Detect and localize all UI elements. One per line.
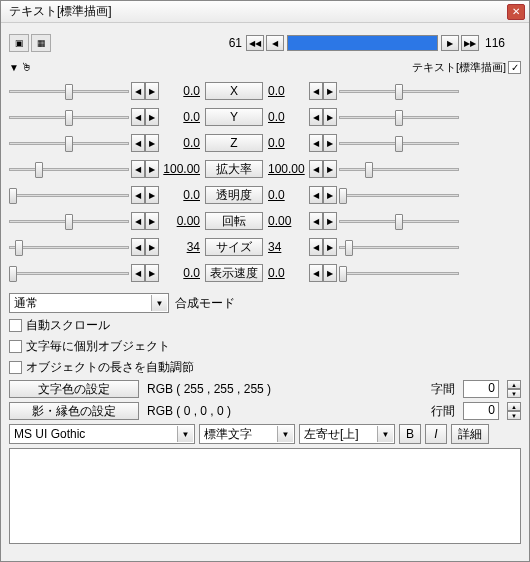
right-slider[interactable] (339, 185, 459, 205)
bold-button[interactable]: B (399, 424, 421, 444)
right-slider[interactable] (339, 81, 459, 101)
right-inc[interactable]: ▶ (323, 82, 337, 100)
left-value[interactable]: 0.0 (161, 136, 203, 150)
per-char-checkbox[interactable] (9, 340, 22, 353)
auto-scroll-checkbox[interactable] (9, 319, 22, 332)
right-slider[interactable] (339, 133, 459, 153)
left-inc[interactable]: ▶ (145, 264, 159, 282)
param-name-button[interactable]: 透明度 (205, 186, 263, 204)
left-inc[interactable]: ▶ (145, 108, 159, 126)
right-inc[interactable]: ▶ (323, 212, 337, 230)
left-dec[interactable]: ◀ (131, 238, 145, 256)
param-name-button[interactable]: サイズ (205, 238, 263, 256)
right-value[interactable]: 0.0 (265, 266, 307, 280)
right-value[interactable]: 0.0 (265, 188, 307, 202)
left-value[interactable]: 0.0 (161, 110, 203, 124)
right-inc[interactable]: ▶ (323, 238, 337, 256)
left-slider[interactable] (9, 185, 129, 205)
right-slider[interactable] (339, 159, 459, 179)
detail-button[interactable]: 詳細 (451, 424, 489, 444)
left-inc[interactable]: ▶ (145, 186, 159, 204)
left-dec[interactable]: ◀ (131, 108, 145, 126)
char-spacing-input[interactable]: 0 (463, 380, 499, 398)
filter-enable-checkbox[interactable]: ✓ (508, 61, 521, 74)
italic-button[interactable]: I (425, 424, 447, 444)
left-dec[interactable]: ◀ (131, 134, 145, 152)
rewind-button[interactable]: ◀◀ (246, 35, 264, 51)
left-inc[interactable]: ▶ (145, 134, 159, 152)
line-spacing-up[interactable]: ▲ (507, 402, 521, 411)
right-dec[interactable]: ◀ (309, 238, 323, 256)
shadow-color-button[interactable]: 影・縁色の設定 (9, 402, 139, 420)
left-dec[interactable]: ◀ (131, 264, 145, 282)
font-name-combo[interactable]: MS UI Gothic▼ (9, 424, 195, 444)
left-dec[interactable]: ◀ (131, 82, 145, 100)
left-slider[interactable] (9, 211, 129, 231)
right-slider[interactable] (339, 107, 459, 127)
right-value[interactable]: 100.00 (265, 162, 307, 176)
left-slider[interactable] (9, 237, 129, 257)
left-slider[interactable] (9, 159, 129, 179)
right-dec[interactable]: ◀ (309, 108, 323, 126)
left-inc[interactable]: ▶ (145, 82, 159, 100)
right-inc[interactable]: ▶ (323, 108, 337, 126)
right-dec[interactable]: ◀ (309, 160, 323, 178)
param-name-button[interactable]: 表示速度 (205, 264, 263, 282)
left-inc[interactable]: ▶ (145, 160, 159, 178)
param-name-button[interactable]: X (205, 82, 263, 100)
left-value[interactable]: 0.00 (161, 214, 203, 228)
param-name-button[interactable]: 回転 (205, 212, 263, 230)
forward-button[interactable]: ▶▶ (461, 35, 479, 51)
right-value[interactable]: 0.0 (265, 110, 307, 124)
left-value[interactable]: 100.00 (161, 162, 203, 176)
left-dec[interactable]: ◀ (131, 186, 145, 204)
right-inc[interactable]: ▶ (323, 264, 337, 282)
left-value[interactable]: 34 (161, 240, 203, 254)
right-inc[interactable]: ▶ (323, 134, 337, 152)
right-value[interactable]: 34 (265, 240, 307, 254)
param-name-button[interactable]: Y (205, 108, 263, 126)
font-style-combo[interactable]: 標準文字▼ (199, 424, 295, 444)
line-spacing-input[interactable]: 0 (463, 402, 499, 420)
line-spacing-down[interactable]: ▼ (507, 411, 521, 420)
right-dec[interactable]: ◀ (309, 212, 323, 230)
collapse-icon[interactable]: ▼ (9, 62, 19, 73)
mouse-icon[interactable]: 🖰 (21, 61, 32, 73)
camera-icon[interactable]: ▣ (9, 34, 29, 52)
left-value[interactable]: 0.0 (161, 188, 203, 202)
param-name-button[interactable]: 拡大率 (205, 160, 263, 178)
timeline-bar[interactable] (287, 35, 438, 51)
left-dec[interactable]: ◀ (131, 212, 145, 230)
right-value[interactable]: 0.0 (265, 136, 307, 150)
left-value[interactable]: 0.0 (161, 266, 203, 280)
right-slider[interactable] (339, 211, 459, 231)
right-dec[interactable]: ◀ (309, 186, 323, 204)
right-value[interactable]: 0.0 (265, 84, 307, 98)
left-slider[interactable] (9, 133, 129, 153)
left-dec[interactable]: ◀ (131, 160, 145, 178)
titlebar[interactable]: テキスト[標準描画] ✕ (1, 1, 529, 23)
right-dec[interactable]: ◀ (309, 134, 323, 152)
next-button[interactable]: ▶ (441, 35, 459, 51)
close-button[interactable]: ✕ (507, 4, 525, 20)
left-value[interactable]: 0.0 (161, 84, 203, 98)
layer-icon[interactable]: ▦ (31, 34, 51, 52)
left-slider[interactable] (9, 81, 129, 101)
right-slider[interactable] (339, 263, 459, 283)
right-inc[interactable]: ▶ (323, 160, 337, 178)
right-dec[interactable]: ◀ (309, 82, 323, 100)
prev-button[interactable]: ◀ (266, 35, 284, 51)
text-color-button[interactable]: 文字色の設定 (9, 380, 139, 398)
align-combo[interactable]: 左寄せ[上]▼ (299, 424, 395, 444)
text-input[interactable] (9, 448, 521, 544)
left-slider[interactable] (9, 263, 129, 283)
left-inc[interactable]: ▶ (145, 212, 159, 230)
right-dec[interactable]: ◀ (309, 264, 323, 282)
char-spacing-up[interactable]: ▲ (507, 380, 521, 389)
right-inc[interactable]: ▶ (323, 186, 337, 204)
right-slider[interactable] (339, 237, 459, 257)
blend-mode-combo[interactable]: 通常 ▼ (9, 293, 169, 313)
auto-length-checkbox[interactable] (9, 361, 22, 374)
char-spacing-down[interactable]: ▼ (507, 389, 521, 398)
right-value[interactable]: 0.00 (265, 214, 307, 228)
